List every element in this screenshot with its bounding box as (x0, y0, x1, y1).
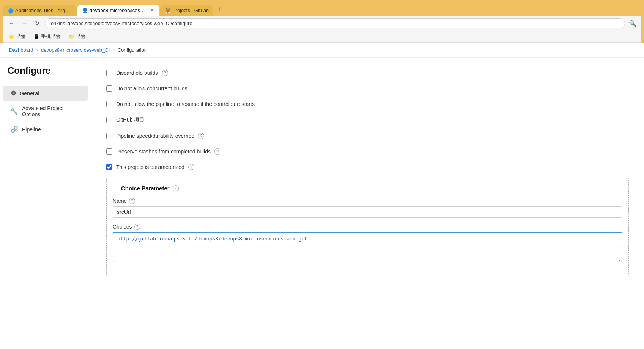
content-area: Discard old builds ? Do not allow concur… (91, 58, 644, 346)
argo-favicon: 🔷 (8, 8, 13, 13)
checkbox-label-github[interactable]: GitHub 项目 (116, 117, 145, 123)
bookmark-star-icon: ⭐ (8, 34, 14, 39)
checkbox-github[interactable] (106, 117, 112, 123)
tab-argo-title: Applications Tiles - Argo CD (15, 8, 72, 13)
nav-forward-button[interactable]: → (19, 18, 30, 28)
sidebar-item-pipeline[interactable]: 🔗 Pipeline (3, 122, 88, 137)
bookmark-label-3: 书签 (76, 33, 86, 40)
page-title: Configure (0, 65, 91, 85)
checkbox-pipeline-speed[interactable] (106, 133, 112, 139)
breadcrumb-sep-1: › (36, 47, 38, 53)
drag-handle-icon[interactable]: ☰ (113, 185, 118, 192)
param-header: ☰ Choice Parameter ? (113, 185, 622, 192)
breadcrumb-job[interactable]: devops8-microservices-web_CI (41, 47, 110, 53)
tab-argo[interactable]: 🔷 Applications Tiles - Argo CD (3, 5, 77, 16)
nav-refresh-button[interactable]: ↻ (32, 18, 43, 28)
checkbox-row-github: GitHub 项目 (106, 112, 629, 128)
checkbox-parameterized[interactable] (106, 164, 112, 170)
sidebar-item-advanced[interactable]: 🔧 Advanced Project Options (3, 101, 88, 121)
tab-bar: 🔷 Applications Tiles - Argo CD 👤 devops8… (3, 3, 641, 16)
bookmark-label-1: 书签 (16, 33, 26, 40)
gear-icon: ⚙ (11, 90, 16, 97)
bookmarks-bar: ⭐ 书签 📱 手机书签 📁 书签 (3, 31, 641, 43)
sidebar: Configure ⚙ General 🔧 Advanced Project O… (0, 58, 91, 346)
help-icon-parameterized[interactable]: ? (188, 164, 194, 170)
checkbox-row-concurrent: Do not allow concurrent builds (106, 81, 629, 96)
search-button[interactable]: 🔍 (627, 18, 638, 28)
pipeline-icon: 🔗 (11, 126, 18, 133)
checkbox-label-concurrent[interactable]: Do not allow concurrent builds (116, 85, 187, 92)
checkbox-row-resume: Do not allow the pipeline to resume if t… (106, 96, 629, 112)
checkbox-row-pipeline-speed: Pipeline speed/durability override ? (106, 128, 629, 144)
address-input[interactable] (45, 18, 625, 28)
tab-jenkins[interactable]: 👤 devops8-microservices-web... ✕ (77, 5, 159, 16)
checkbox-label-stashes[interactable]: Preserve stashes from completed builds (116, 148, 211, 155)
sidebar-item-general[interactable]: ⚙ General (3, 86, 88, 101)
tab-gitlab[interactable]: 🦊 Projects · GitLab (160, 5, 213, 16)
param-choices-label-row: Choices ? (113, 224, 622, 230)
param-name-label: Name (113, 198, 127, 204)
param-name-input[interactable] (113, 206, 622, 218)
bookmark-item-2[interactable]: 📱 手机书签 (31, 32, 63, 41)
help-icon-discard[interactable]: ? (162, 70, 168, 76)
checkbox-row-stashes: Preserve stashes from completed builds ? (106, 144, 629, 159)
param-choices-label: Choices (113, 224, 132, 230)
help-icon-stashes[interactable]: ? (214, 148, 220, 155)
bookmark-item-1[interactable]: ⭐ 书签 (6, 32, 28, 41)
tab-jenkins-title: devops8-microservices-web... (90, 8, 146, 13)
new-tab-button[interactable]: + (214, 3, 226, 16)
param-name-label-row: Name ? (113, 198, 622, 204)
param-choices-textarea[interactable]: http://gitlab.idevops.site/devops8/devop… (113, 232, 622, 262)
checkbox-row-parameterized: This project is parameterized ? (106, 159, 629, 175)
help-icon-pipeline-speed[interactable]: ? (198, 133, 204, 139)
param-choices-field: Choices ? http://gitlab.idevops.site/dev… (113, 224, 622, 264)
breadcrumb-sep-2: › (113, 47, 114, 53)
tab-gitlab-title: Projects · GitLab (172, 8, 209, 13)
sidebar-label-advanced: Advanced Project Options (22, 105, 80, 117)
jenkins-favicon: 👤 (82, 8, 87, 13)
checkbox-stashes[interactable] (106, 148, 112, 155)
checkbox-label-resume[interactable]: Do not allow the pipeline to resume if t… (116, 101, 255, 107)
browser-chrome: 🔷 Applications Tiles - Argo CD 👤 devops8… (0, 0, 644, 43)
tab-jenkins-close[interactable]: ✕ (149, 7, 155, 13)
checkbox-discard[interactable] (106, 70, 112, 76)
bookmark-folder-icon: 📁 (68, 34, 74, 39)
help-icon-param[interactable]: ? (173, 185, 179, 191)
bookmark-phone-icon: 📱 (33, 34, 39, 39)
address-bar-row: ← → ↻ 🔍 (3, 16, 641, 31)
nav-back-button[interactable]: ← (6, 18, 17, 28)
checkbox-concurrent[interactable] (106, 85, 112, 92)
breadcrumb-dashboard[interactable]: Dashboard (9, 47, 33, 53)
checkbox-row-discard: Discard old builds ? (106, 65, 629, 81)
checkbox-label-discard[interactable]: Discard old builds (116, 70, 158, 76)
bookmark-label-2: 手机书签 (41, 33, 61, 40)
help-icon-choices[interactable]: ? (134, 224, 140, 230)
breadcrumb: Dashboard › devops8-microservices-web_CI… (0, 43, 644, 58)
page-content: Dashboard › devops8-microservices-web_CI… (0, 43, 644, 346)
checkbox-resume[interactable] (106, 101, 112, 107)
param-name-field: Name ? (113, 198, 622, 218)
checkbox-label-pipeline-speed[interactable]: Pipeline speed/durability override (116, 133, 194, 139)
browser-window: 🔷 Applications Tiles - Argo CD 👤 devops8… (0, 0, 644, 346)
main-layout: Configure ⚙ General 🔧 Advanced Project O… (0, 58, 644, 346)
bookmark-item-3[interactable]: 📁 书签 (66, 32, 88, 41)
breadcrumb-current: Configuration (118, 47, 147, 53)
sidebar-label-general: General (20, 90, 39, 96)
help-icon-name[interactable]: ? (129, 198, 135, 204)
sidebar-label-pipeline: Pipeline (22, 126, 41, 133)
checkbox-label-parameterized[interactable]: This project is parameterized (116, 164, 184, 170)
parameter-section: ☰ Choice Parameter ? Name ? (106, 178, 629, 276)
wrench-icon: 🔧 (11, 108, 18, 115)
gitlab-favicon: 🦊 (165, 8, 170, 13)
param-title: Choice Parameter (121, 185, 170, 191)
